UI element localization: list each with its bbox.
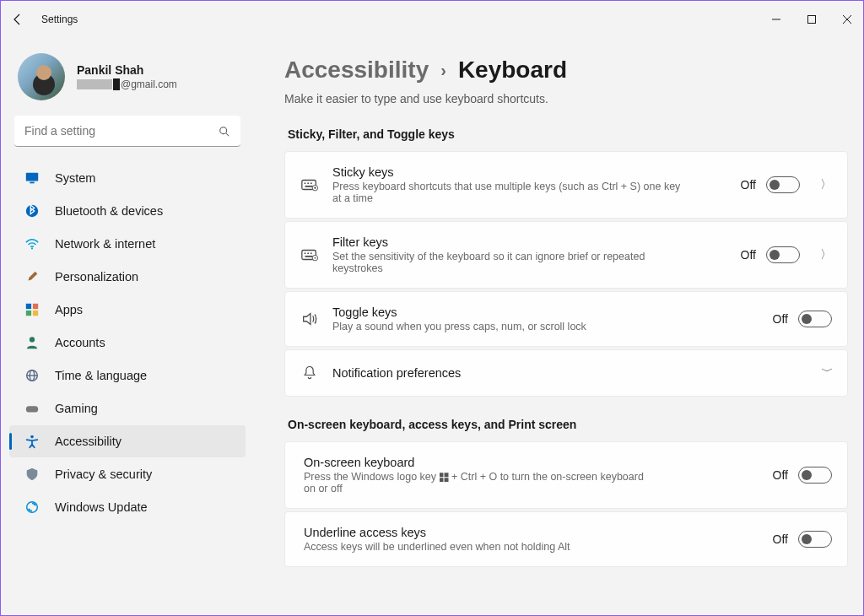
setting-row[interactable]: Toggle keysPlay a sound when you press c… <box>285 292 847 346</box>
sidebar-item-windows-update[interactable]: Windows Update <box>9 491 246 523</box>
svg-point-22 <box>310 182 312 184</box>
svg-point-31 <box>315 257 316 259</box>
monitor-icon <box>24 170 40 186</box>
avatar <box>18 53 65 100</box>
back-button[interactable] <box>11 13 24 26</box>
minimize-button[interactable] <box>770 14 782 25</box>
sidebar-item-gaming[interactable]: Gaming <box>9 392 246 424</box>
chevron-right-icon[interactable]: 〉 <box>820 247 832 262</box>
shield-icon <box>24 467 40 482</box>
setting-row[interactable]: Filter keysSet the sensitivity of the ke… <box>285 222 847 288</box>
page-subtitle: Make it easier to type and use keyboard … <box>284 92 848 105</box>
sound-icon <box>300 310 319 328</box>
sidebar-item-label: Gaming <box>55 402 98 415</box>
row-title: Notification preferences <box>332 366 800 380</box>
sidebar-item-personalization[interactable]: Personalization <box>9 261 246 293</box>
sidebar-item-accessibility[interactable]: Accessibility <box>9 425 246 457</box>
toggle-switch[interactable] <box>798 311 832 327</box>
row-description: Set the sensitivity of the keyboard so i… <box>332 251 687 274</box>
profile-name: Pankil Shah <box>77 63 177 77</box>
row-title: Underline access keys <box>304 526 759 539</box>
setting-row[interactable]: Underline access keysAccess keys will be… <box>285 512 847 566</box>
sidebar-item-system[interactable]: System <box>9 162 246 194</box>
breadcrumb-current: Keyboard <box>458 57 567 84</box>
svg-rect-4 <box>26 173 38 181</box>
window-title: Settings <box>41 14 78 25</box>
row-description: Access keys will be underlined even when… <box>304 541 658 553</box>
row-description: Play a sound when you press caps, num, o… <box>332 321 687 332</box>
toggle-state-label: Off <box>773 532 788 546</box>
sidebar-item-bluetooth-devices[interactable]: Bluetooth & devices <box>9 195 246 227</box>
row-title: Sticky keys <box>332 165 727 179</box>
chevron-right-icon[interactable]: 〉 <box>820 177 832 192</box>
setting-row[interactable]: Notification preferences〉 <box>285 350 847 396</box>
sidebar-item-label: System <box>55 171 95 185</box>
sidebar-item-accounts[interactable]: Accounts <box>9 327 246 359</box>
sidebar-item-label: Accounts <box>55 336 105 349</box>
svg-rect-16 <box>26 406 38 412</box>
sidebar-item-network-internet[interactable]: Network & internet <box>9 228 246 260</box>
toggle-state-label: Off <box>741 248 756 262</box>
gamepad-icon <box>24 401 40 416</box>
svg-point-21 <box>307 182 309 184</box>
bluetooth-icon <box>24 203 40 219</box>
grid-icon <box>24 302 40 317</box>
svg-rect-23 <box>305 186 313 187</box>
toggle-state-label: Off <box>773 312 788 326</box>
search-input[interactable] <box>14 116 240 147</box>
maximize-button[interactable] <box>806 14 818 25</box>
profile-block[interactable]: Pankil Shah @gmail.com <box>6 45 249 116</box>
svg-rect-8 <box>26 304 31 309</box>
toggle-switch[interactable] <box>766 246 800 263</box>
sidebar-item-label: Windows Update <box>55 500 148 514</box>
setting-row[interactable]: Sticky keysPress keyboard shortcuts that… <box>285 152 847 218</box>
section-title: Sticky, Filter, and Toggle keys <box>288 127 848 141</box>
breadcrumb-parent[interactable]: Accessibility <box>284 57 429 84</box>
sidebar-item-apps[interactable]: Apps <box>9 294 246 326</box>
breadcrumb: Accessibility › Keyboard <box>284 57 848 84</box>
section-title: On-screen keyboard, access keys, and Pri… <box>288 418 848 431</box>
svg-rect-1 <box>808 16 816 24</box>
svg-line-3 <box>226 132 230 136</box>
toggle-switch[interactable] <box>766 176 800 193</box>
svg-rect-5 <box>30 182 34 184</box>
row-title: Toggle keys <box>332 305 759 319</box>
svg-rect-10 <box>26 311 31 316</box>
sidebar-item-label: Privacy & security <box>55 467 152 481</box>
sidebar-item-label: Accessibility <box>55 435 122 448</box>
accessibility-icon <box>24 434 40 449</box>
sidebar-item-label: Apps <box>55 303 83 316</box>
person-icon <box>24 335 40 350</box>
svg-point-28 <box>310 252 312 254</box>
setting-row[interactable]: On-screen keyboardPress the Windows logo… <box>285 442 847 508</box>
svg-point-7 <box>31 247 33 249</box>
wifi-icon <box>24 236 40 251</box>
close-button[interactable] <box>841 14 853 25</box>
sidebar-item-label: Network & internet <box>55 237 155 251</box>
brush-icon <box>24 269 40 284</box>
toggle-state-label: Off <box>773 468 788 482</box>
keyboard-sticky-icon <box>300 176 319 194</box>
svg-point-26 <box>305 252 306 254</box>
svg-point-20 <box>305 182 306 184</box>
svg-rect-11 <box>33 311 38 316</box>
windows-key-icon <box>440 473 449 482</box>
toggle-state-label: Off <box>741 178 756 192</box>
row-description: Press keyboard shortcuts that use multip… <box>332 181 687 204</box>
search-icon[interactable] <box>219 126 230 138</box>
update-icon <box>24 500 40 515</box>
svg-point-12 <box>30 337 35 342</box>
bell-icon <box>300 364 319 382</box>
keyboard-filter-icon <box>300 246 319 264</box>
row-title: Filter keys <box>332 235 727 249</box>
chevron-down-icon[interactable]: 〉 <box>818 367 834 379</box>
toggle-switch[interactable] <box>798 467 832 484</box>
toggle-switch[interactable] <box>798 531 832 548</box>
sidebar-item-time-language[interactable]: Time & language <box>9 359 246 392</box>
sidebar-item-label: Time & language <box>55 369 147 382</box>
svg-rect-29 <box>305 256 313 257</box>
svg-point-17 <box>30 435 34 439</box>
svg-point-27 <box>307 252 309 254</box>
svg-point-2 <box>220 127 227 133</box>
sidebar-item-privacy-security[interactable]: Privacy & security <box>9 458 246 490</box>
